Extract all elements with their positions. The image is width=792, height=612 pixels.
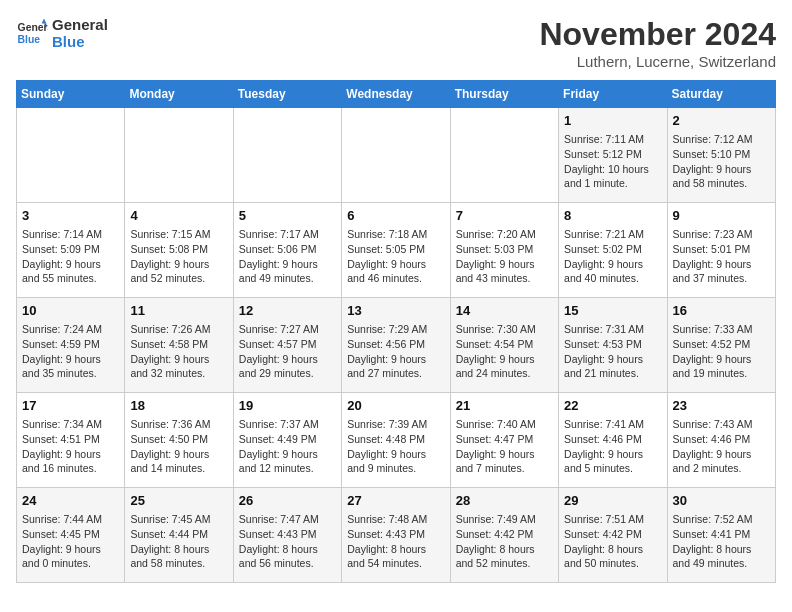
sunrise-text: Sunrise: 7:31 AM <box>564 322 661 337</box>
daylight-text: Daylight: 8 hours and 56 minutes. <box>239 542 336 571</box>
daylight-text: Daylight: 9 hours and 12 minutes. <box>239 447 336 476</box>
daylight-text: Daylight: 9 hours and 27 minutes. <box>347 352 444 381</box>
sunset-text: Sunset: 4:41 PM <box>673 527 770 542</box>
calendar-cell: 24Sunrise: 7:44 AMSunset: 4:45 PMDayligh… <box>17 488 125 583</box>
day-number: 23 <box>673 397 770 415</box>
title-area: November 2024 Luthern, Lucerne, Switzerl… <box>539 16 776 70</box>
sunrise-text: Sunrise: 7:23 AM <box>673 227 770 242</box>
calendar-cell <box>450 108 558 203</box>
logo-line1: General <box>52 16 108 33</box>
day-number: 11 <box>130 302 227 320</box>
sunrise-text: Sunrise: 7:26 AM <box>130 322 227 337</box>
daylight-text: Daylight: 9 hours and 16 minutes. <box>22 447 119 476</box>
daylight-text: Daylight: 9 hours and 9 minutes. <box>347 447 444 476</box>
calendar-cell: 18Sunrise: 7:36 AMSunset: 4:50 PMDayligh… <box>125 393 233 488</box>
calendar-week-row: 10Sunrise: 7:24 AMSunset: 4:59 PMDayligh… <box>17 298 776 393</box>
day-number: 28 <box>456 492 553 510</box>
calendar-cell: 9Sunrise: 7:23 AMSunset: 5:01 PMDaylight… <box>667 203 775 298</box>
calendar-cell: 3Sunrise: 7:14 AMSunset: 5:09 PMDaylight… <box>17 203 125 298</box>
daylight-text: Daylight: 9 hours and 40 minutes. <box>564 257 661 286</box>
calendar-cell: 27Sunrise: 7:48 AMSunset: 4:43 PMDayligh… <box>342 488 450 583</box>
calendar-cell: 16Sunrise: 7:33 AMSunset: 4:52 PMDayligh… <box>667 298 775 393</box>
calendar-cell: 7Sunrise: 7:20 AMSunset: 5:03 PMDaylight… <box>450 203 558 298</box>
weekday-header: Tuesday <box>233 81 341 108</box>
daylight-text: Daylight: 8 hours and 52 minutes. <box>456 542 553 571</box>
calendar-cell: 20Sunrise: 7:39 AMSunset: 4:48 PMDayligh… <box>342 393 450 488</box>
calendar-cell: 11Sunrise: 7:26 AMSunset: 4:58 PMDayligh… <box>125 298 233 393</box>
daylight-text: Daylight: 9 hours and 43 minutes. <box>456 257 553 286</box>
sunrise-text: Sunrise: 7:12 AM <box>673 132 770 147</box>
sunset-text: Sunset: 4:42 PM <box>564 527 661 542</box>
weekday-header: Friday <box>559 81 667 108</box>
day-number: 22 <box>564 397 661 415</box>
calendar-cell: 10Sunrise: 7:24 AMSunset: 4:59 PMDayligh… <box>17 298 125 393</box>
day-number: 29 <box>564 492 661 510</box>
sunset-text: Sunset: 5:03 PM <box>456 242 553 257</box>
weekday-header: Wednesday <box>342 81 450 108</box>
sunrise-text: Sunrise: 7:33 AM <box>673 322 770 337</box>
month-title: November 2024 <box>539 16 776 53</box>
sunrise-text: Sunrise: 7:27 AM <box>239 322 336 337</box>
sunrise-text: Sunrise: 7:21 AM <box>564 227 661 242</box>
sunrise-text: Sunrise: 7:45 AM <box>130 512 227 527</box>
sunrise-text: Sunrise: 7:15 AM <box>130 227 227 242</box>
day-number: 6 <box>347 207 444 225</box>
calendar-cell: 17Sunrise: 7:34 AMSunset: 4:51 PMDayligh… <box>17 393 125 488</box>
calendar-cell: 6Sunrise: 7:18 AMSunset: 5:05 PMDaylight… <box>342 203 450 298</box>
svg-text:Blue: Blue <box>18 34 41 45</box>
sunset-text: Sunset: 4:46 PM <box>564 432 661 447</box>
sunrise-text: Sunrise: 7:52 AM <box>673 512 770 527</box>
weekday-header: Saturday <box>667 81 775 108</box>
daylight-text: Daylight: 9 hours and 24 minutes. <box>456 352 553 381</box>
calendar-cell: 25Sunrise: 7:45 AMSunset: 4:44 PMDayligh… <box>125 488 233 583</box>
sunset-text: Sunset: 5:09 PM <box>22 242 119 257</box>
day-number: 8 <box>564 207 661 225</box>
header: General Blue General Blue November 2024 … <box>16 16 776 70</box>
day-number: 13 <box>347 302 444 320</box>
calendar-week-row: 1Sunrise: 7:11 AMSunset: 5:12 PMDaylight… <box>17 108 776 203</box>
sunset-text: Sunset: 5:01 PM <box>673 242 770 257</box>
sunrise-text: Sunrise: 7:14 AM <box>22 227 119 242</box>
sunrise-text: Sunrise: 7:40 AM <box>456 417 553 432</box>
sunset-text: Sunset: 4:43 PM <box>239 527 336 542</box>
sunset-text: Sunset: 5:12 PM <box>564 147 661 162</box>
day-number: 15 <box>564 302 661 320</box>
sunset-text: Sunset: 5:05 PM <box>347 242 444 257</box>
sunset-text: Sunset: 5:10 PM <box>673 147 770 162</box>
calendar-cell: 5Sunrise: 7:17 AMSunset: 5:06 PMDaylight… <box>233 203 341 298</box>
daylight-text: Daylight: 9 hours and 21 minutes. <box>564 352 661 381</box>
calendar-cell: 4Sunrise: 7:15 AMSunset: 5:08 PMDaylight… <box>125 203 233 298</box>
calendar-cell: 21Sunrise: 7:40 AMSunset: 4:47 PMDayligh… <box>450 393 558 488</box>
daylight-text: Daylight: 9 hours and 0 minutes. <box>22 542 119 571</box>
calendar-cell: 29Sunrise: 7:51 AMSunset: 4:42 PMDayligh… <box>559 488 667 583</box>
daylight-text: Daylight: 9 hours and 58 minutes. <box>673 162 770 191</box>
calendar-cell: 22Sunrise: 7:41 AMSunset: 4:46 PMDayligh… <box>559 393 667 488</box>
daylight-text: Daylight: 8 hours and 50 minutes. <box>564 542 661 571</box>
sunset-text: Sunset: 4:51 PM <box>22 432 119 447</box>
day-number: 9 <box>673 207 770 225</box>
sunrise-text: Sunrise: 7:11 AM <box>564 132 661 147</box>
sunrise-text: Sunrise: 7:43 AM <box>673 417 770 432</box>
day-number: 18 <box>130 397 227 415</box>
sunset-text: Sunset: 4:47 PM <box>456 432 553 447</box>
daylight-text: Daylight: 9 hours and 52 minutes. <box>130 257 227 286</box>
weekday-row: SundayMondayTuesdayWednesdayThursdayFrid… <box>17 81 776 108</box>
calendar-cell: 26Sunrise: 7:47 AMSunset: 4:43 PMDayligh… <box>233 488 341 583</box>
calendar-cell: 19Sunrise: 7:37 AMSunset: 4:49 PMDayligh… <box>233 393 341 488</box>
daylight-text: Daylight: 8 hours and 58 minutes. <box>130 542 227 571</box>
sunset-text: Sunset: 4:57 PM <box>239 337 336 352</box>
daylight-text: Daylight: 9 hours and 7 minutes. <box>456 447 553 476</box>
daylight-text: Daylight: 9 hours and 46 minutes. <box>347 257 444 286</box>
sunrise-text: Sunrise: 7:51 AM <box>564 512 661 527</box>
day-number: 30 <box>673 492 770 510</box>
sunrise-text: Sunrise: 7:20 AM <box>456 227 553 242</box>
calendar-cell: 28Sunrise: 7:49 AMSunset: 4:42 PMDayligh… <box>450 488 558 583</box>
sunrise-text: Sunrise: 7:24 AM <box>22 322 119 337</box>
daylight-text: Daylight: 8 hours and 49 minutes. <box>673 542 770 571</box>
sunrise-text: Sunrise: 7:29 AM <box>347 322 444 337</box>
logo-icon: General Blue <box>16 17 48 49</box>
calendar-cell: 2Sunrise: 7:12 AMSunset: 5:10 PMDaylight… <box>667 108 775 203</box>
day-number: 27 <box>347 492 444 510</box>
day-number: 16 <box>673 302 770 320</box>
sunrise-text: Sunrise: 7:18 AM <box>347 227 444 242</box>
